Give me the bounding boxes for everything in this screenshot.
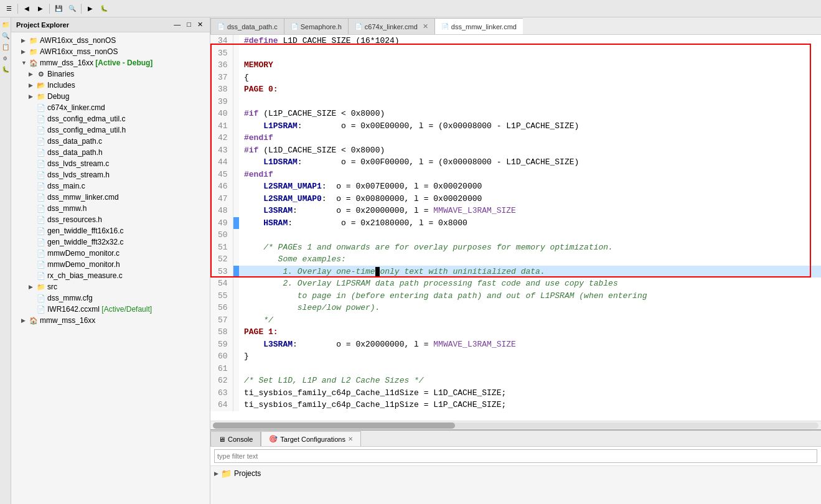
- sidebar-item-mmw_dss_16xx[interactable]: ▼🏠mmw_dss_16xx [Active - Debug]: [11, 57, 210, 68]
- sidebar-item-Binaries[interactable]: ▶⚙Binaries: [11, 68, 210, 80]
- bottom-tab-close-btn[interactable]: ✕: [348, 436, 353, 442]
- line-content[interactable]: {: [239, 72, 821, 84]
- sidebar-item-mmw_mss_16xx[interactable]: ▶🏠mmw_mss_16xx: [11, 315, 210, 326]
- line-content[interactable]: PAGE 1:: [239, 326, 821, 338]
- toolbar-fwd-btn[interactable]: ▶: [34, 2, 47, 15]
- line-content[interactable]: Some examples:: [239, 253, 821, 266]
- sidebar-item-Debug[interactable]: ▶📁Debug: [11, 91, 210, 102]
- tree-item-label: AWR16xx_dss_nonOS: [40, 36, 207, 45]
- sidebar-item-mmwDemo_monitor.h[interactable]: 📄mmwDemo_monitor.h: [11, 259, 210, 270]
- sidebar-item-gen_twiddle_fft32x32.c[interactable]: 📄gen_twiddle_fft32x32.c: [11, 236, 210, 248]
- line-number: 61: [210, 363, 233, 375]
- tree-item-label: Debug: [47, 92, 207, 101]
- sidebar-item-dss_mmw.h[interactable]: 📄dss_mmw.h: [11, 203, 210, 214]
- sidebar-item-dss_main.c[interactable]: 📄dss_main.c: [11, 180, 210, 192]
- line-content[interactable]: #endif: [239, 132, 821, 144]
- tab-Semaphore[interactable]: 📄Semaphore.h: [284, 18, 348, 34]
- line-content[interactable]: #define L1D_CACHE_SIZE (16*1024): [239, 35, 821, 47]
- sidebar-item-AWR16xx_mss_nonOS[interactable]: ▶📁AWR16xx_mss_nonOS: [11, 46, 210, 57]
- line-content[interactable]: 1. Overlay one-time only text with unini…: [239, 266, 821, 278]
- line-content[interactable]: ti_sysbios_family_c64p_Cache_l1dSize = L…: [239, 387, 821, 399]
- sidebar-item-src[interactable]: ▶📁src: [11, 281, 210, 292]
- line-number: 60: [210, 350, 233, 363]
- line-content[interactable]: L3SRAM: o = 0x20000000, l = MMWAVE_L3RAM…: [239, 338, 821, 351]
- left-icon-3[interactable]: 📋: [1, 42, 11, 52]
- sidebar-item-dss_resources.h[interactable]: 📄dss_resources.h: [11, 214, 210, 225]
- line-content[interactable]: ti_sysbios_family_c64p_Cache_l1pSize = L…: [239, 399, 821, 411]
- tab-c674x_linker[interactable]: 📄c674x_linker.cmd✕: [348, 18, 434, 34]
- line-number: 56: [210, 302, 233, 314]
- editor-scrollbar[interactable]: [210, 421, 821, 429]
- sidebar-minimize-btn[interactable]: —: [172, 20, 182, 29]
- line-content[interactable]: #if (L1P_CACHE_SIZE < 0x8000): [239, 108, 821, 120]
- line-content[interactable]: MEMORY: [239, 59, 821, 72]
- sidebar-item-AWR16xx_dss_nonOS[interactable]: ▶📁AWR16xx_dss_nonOS: [11, 35, 210, 46]
- line-marker: [233, 326, 239, 338]
- sidebar-item-IWR1642.ccxml[interactable]: 📄IWR1642.ccxml [Active/Default]: [11, 304, 210, 315]
- left-icon-4[interactable]: ⚙: [1, 54, 11, 63]
- line-content[interactable]: [239, 229, 821, 241]
- line-content[interactable]: L1DSRAM: o = 0x00F00000, l = (0x00008000…: [239, 156, 821, 169]
- toolbar-search-btn[interactable]: 🔍: [66, 2, 78, 15]
- toolbar-debug-btn[interactable]: 🐛: [98, 2, 110, 15]
- line-content[interactable]: HSRAM: o = 0x21080000, l = 0x8000: [239, 217, 821, 230]
- line-marker: [233, 120, 239, 133]
- left-icon-5[interactable]: 🐛: [1, 65, 11, 75]
- left-icon-1[interactable]: 📁: [1, 20, 11, 30]
- editor-area[interactable]: 34#define L1D_CACHE_SIZE (16*1024)3536ME…: [210, 35, 821, 429]
- toolbar-back-btn[interactable]: ◀: [21, 2, 33, 15]
- sidebar-item-dss_mmw.cfg[interactable]: 📄dss_mmw.cfg: [11, 292, 210, 304]
- sidebar-item-mmwDemo_monitor.c[interactable]: 📄mmwDemo_monitor.c: [11, 248, 210, 259]
- code-line: 55 to page in (before entering data path…: [210, 290, 821, 302]
- sidebar-item-gen_twiddle_fft16x16.c[interactable]: 📄gen_twiddle_fft16x16.c: [11, 225, 210, 236]
- toolbar-run-btn[interactable]: ▶: [84, 2, 96, 15]
- sidebar-item-dss_lvds_stream.h[interactable]: 📄dss_lvds_stream.h: [11, 169, 210, 180]
- tab-close-btn[interactable]: ✕: [423, 22, 428, 30]
- toolbar-save-btn[interactable]: 💾: [52, 2, 65, 15]
- sidebar-maximize-btn[interactable]: □: [185, 20, 193, 29]
- toolbar-menu-btn[interactable]: ☰: [2, 2, 15, 15]
- bottom-tab-target_configurations[interactable]: 🎯 Target Configurations ✕: [261, 431, 361, 446]
- sidebar-item-dss_config_edma_util.h[interactable]: 📄dss_config_edma_util.h: [11, 124, 210, 136]
- sidebar-item-dss_data_path.h[interactable]: 📄dss_data_path.h: [11, 147, 210, 158]
- sidebar-close-btn[interactable]: ✕: [195, 20, 205, 29]
- bottom-tab-console[interactable]: 🖥 Console: [210, 431, 261, 446]
- line-content[interactable]: }: [239, 350, 821, 363]
- line-content[interactable]: sleep/low power).: [239, 302, 821, 314]
- line-content[interactable]: */: [239, 314, 821, 327]
- line-content[interactable]: [239, 96, 821, 108]
- line-content[interactable]: /* PAGEs 1 and onwards are for overlay p…: [239, 241, 821, 254]
- line-number: 43: [210, 144, 233, 157]
- sidebar-item-dss_mmw_linker.cmd[interactable]: 📄dss_mmw_linker.cmd: [11, 192, 210, 203]
- line-content[interactable]: L3SRAM: o = 0x20000000, l = MMWAVE_L3RAM…: [239, 205, 821, 217]
- sidebar-item-dss_data_path.c[interactable]: 📄dss_data_path.c: [11, 136, 210, 147]
- sidebar-item-dss_lvds_stream.c[interactable]: 📄dss_lvds_stream.c: [11, 158, 210, 169]
- h-thumb[interactable]: [213, 422, 455, 429]
- line-content[interactable]: #if (L1D_CACHE_SIZE < 0x8000): [239, 144, 821, 157]
- line-number: 36: [210, 59, 233, 72]
- line-content[interactable]: [239, 47, 821, 60]
- projects-section: ▶ 📁 Projects: [210, 466, 821, 481]
- line-content[interactable]: /* Set L1D, L1P and L2 Cache Sizes */: [239, 375, 821, 387]
- line-content[interactable]: [239, 363, 821, 375]
- line-content[interactable]: L2SRAM_UMAP1: o = 0x007E0000, l = 0x0002…: [239, 180, 821, 193]
- line-content[interactable]: to page in (before entering data path) a…: [239, 290, 821, 302]
- line-content[interactable]: #endif: [239, 169, 821, 181]
- line-content[interactable]: PAGE 0:: [239, 83, 821, 96]
- h-scrollbar[interactable]: [213, 422, 819, 429]
- sidebar-item-Includes[interactable]: ▶📂Includes: [11, 80, 210, 91]
- sidebar-item-dss_config_edma_util.c[interactable]: 📄dss_config_edma_util.c: [11, 113, 210, 124]
- tree-item-label: Includes: [47, 81, 207, 90]
- tab-dss_data_path[interactable]: 📄dss_data_path.c: [210, 18, 284, 34]
- sidebar-item-c674x_linker.cmd[interactable]: 📄c674x_linker.cmd: [11, 102, 210, 113]
- tab-dss_mmw_linker[interactable]: 📄dss_mmw_linker.cmd: [434, 18, 523, 34]
- line-content[interactable]: 2. Overlay L1PSRAM data path processing …: [239, 278, 821, 290]
- filter-input[interactable]: [214, 449, 817, 463]
- projects-arrow-icon[interactable]: ▶: [214, 470, 218, 477]
- code-editor[interactable]: 34#define L1D_CACHE_SIZE (16*1024)3536ME…: [210, 35, 821, 421]
- main-layout: 📁 🔍 📋 ⚙ 🐛 Project Explorer — □ ✕ ▶📁AWR16…: [0, 17, 821, 504]
- sidebar-item-rx_ch_bias_measure.c[interactable]: 📄rx_ch_bias_measure.c: [11, 270, 210, 281]
- line-content[interactable]: L1PSRAM: o = 0x00E00000, l = (0x00008000…: [239, 120, 821, 133]
- line-content[interactable]: L2SRAM_UMAP0: o = 0x00800000, l = 0x0002…: [239, 193, 821, 205]
- left-icon-2[interactable]: 🔍: [1, 31, 11, 41]
